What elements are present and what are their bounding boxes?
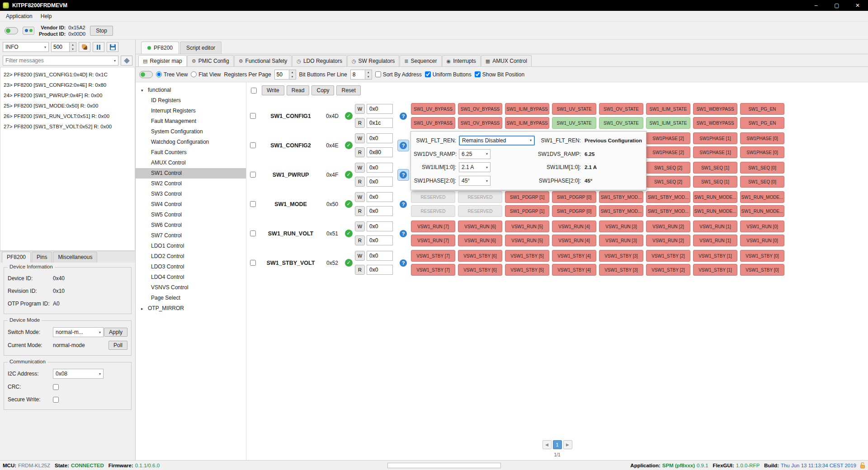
- bit-vsw1-stby-7[interactable]: VSW1_STBY [7]: [411, 264, 455, 276]
- poll-button[interactable]: Poll: [108, 341, 127, 350]
- spinner-buttons[interactable]: ▲ ▼: [289, 70, 296, 80]
- tree-view-radio[interactable]: [156, 71, 162, 77]
- bit-sw1-wdbypass[interactable]: SW1_WDBYPASS: [693, 117, 737, 129]
- bit-sw1phase-0[interactable]: SW1PHASE [0]: [740, 146, 784, 158]
- register-checkbox[interactable]: [250, 260, 256, 266]
- read-value-input[interactable]: [367, 118, 393, 128]
- tree-item-sw6-control[interactable]: SW6 Control: [136, 220, 246, 230]
- tree-item-page-select[interactable]: Page Select: [136, 293, 246, 303]
- bit-sw1-run-mode[interactable]: SW1_RUN_MODE...: [740, 191, 784, 203]
- bit-vsw1-run-4[interactable]: VSW1_RUN [4]: [552, 235, 596, 246]
- bit-vsw1-stby-1[interactable]: VSW1_STBY [1]: [693, 250, 737, 262]
- maximize-button[interactable]: ▢: [826, 0, 847, 11]
- registers-per-page-input[interactable]: [274, 70, 289, 80]
- bit-sw1-run-mode[interactable]: SW1_RUN_MODE...: [740, 205, 784, 217]
- bit-vsw1-run-7[interactable]: VSW1_RUN [7]: [411, 221, 455, 232]
- show-bit-position-option[interactable]: Show Bit Position: [475, 71, 524, 78]
- tree-root-functional[interactable]: ▾functional: [136, 85, 246, 95]
- write-value-input[interactable]: [367, 251, 393, 261]
- bit-sw1-wdbypass[interactable]: SW1_WDBYPASS: [693, 103, 737, 115]
- tab-amux-control[interactable]: ▦AMUX Control: [481, 55, 532, 66]
- register-checkbox[interactable]: [250, 172, 256, 178]
- spinner-buttons[interactable]: ▲ ▼: [69, 42, 76, 52]
- tree-item-ldo4-control[interactable]: LDO4 Control: [136, 272, 246, 282]
- bit-sw1-pdgrp-0[interactable]: SW1_PDGRP [0]: [552, 205, 596, 217]
- bit-sw1-stby-mod[interactable]: SW1_STBY_MOD...: [599, 191, 643, 203]
- bit-sw1-stby-mod[interactable]: SW1_STBY_MOD...: [646, 205, 690, 217]
- register-checkbox[interactable]: [250, 201, 256, 207]
- tree-view-option[interactable]: Tree View: [156, 71, 188, 78]
- bit-sw1-stby-mod[interactable]: SW1_STBY_MOD...: [599, 205, 643, 217]
- secure-write-checkbox[interactable]: [53, 397, 59, 403]
- write-button[interactable]: W: [355, 192, 365, 202]
- tab-sequencer[interactable]: ≣Sequencer: [400, 55, 441, 66]
- tree-item-sw7-control[interactable]: SW7 Control: [136, 230, 246, 241]
- write-button[interactable]: W: [355, 104, 365, 114]
- tree-item-system-configuration[interactable]: System Configuration: [136, 127, 246, 137]
- help-button[interactable]: ?: [397, 228, 409, 240]
- bit-sw1-pdgrp-0[interactable]: SW1_PDGRP [0]: [552, 191, 596, 203]
- bit-sw1-ov-state[interactable]: SW1_OV_STATE: [599, 117, 643, 129]
- read-button[interactable]: R: [355, 177, 365, 187]
- bit-vsw1-run-1[interactable]: VSW1_RUN [1]: [693, 221, 737, 232]
- help-button[interactable]: ?: [397, 257, 409, 269]
- bit-sw1-ilim-state[interactable]: SW1_ILIM_STATE: [646, 103, 690, 115]
- bit-sw1-pdgrp-1[interactable]: SW1_PDGRP [1]: [505, 191, 549, 203]
- side-tab-pf8200[interactable]: PF8200: [2, 252, 31, 263]
- bit-vsw1-stby-4[interactable]: VSW1_STBY [4]: [552, 264, 596, 276]
- tree-item-interrupt-registers[interactable]: Interrupt Registers: [136, 106, 246, 116]
- bit-vsw1-run-6[interactable]: VSW1_RUN [6]: [458, 221, 502, 232]
- caret-down-icon[interactable]: ▾: [112, 59, 118, 63]
- bit-vsw1-run-2[interactable]: VSW1_RUN [2]: [646, 235, 690, 246]
- write-value-input[interactable]: [367, 221, 393, 231]
- bit-vsw1-stby-0[interactable]: VSW1_STBY [0]: [740, 264, 784, 276]
- write-button[interactable]: Write: [262, 85, 284, 95]
- bit-sw1-uv-bypass[interactable]: SW1_UV_BYPASS: [411, 103, 455, 115]
- help-button[interactable]: ?: [397, 140, 409, 151]
- bit-vsw1-run-2[interactable]: VSW1_RUN [2]: [646, 221, 690, 232]
- bit-sw1phase-2[interactable]: SW1PHASE [2]: [646, 132, 690, 144]
- bit-sw1-stby-mod[interactable]: SW1_STBY_MOD...: [646, 191, 690, 203]
- bit-buttons-per-line-input[interactable]: [350, 70, 365, 80]
- save-log-button[interactable]: [107, 42, 118, 52]
- bit-vsw1-run-5[interactable]: VSW1_RUN [5]: [505, 235, 549, 246]
- tree-item-vsnvs-control[interactable]: VSNVS Control: [136, 282, 246, 293]
- tree-item-sw3-control[interactable]: SW3 Control: [136, 189, 246, 199]
- reset-button[interactable]: Reset: [336, 85, 360, 95]
- bit-reserved[interactable]: RESERVED: [458, 191, 502, 203]
- bit-vsw1-stby-2[interactable]: VSW1_STBY [2]: [646, 264, 690, 276]
- bit-vsw1-run-3[interactable]: VSW1_RUN [3]: [599, 235, 643, 246]
- minimize-button[interactable]: –: [806, 0, 826, 11]
- spin-up-icon[interactable]: ▲: [289, 70, 296, 75]
- doc-tab-pf8200[interactable]: PF8200: [141, 42, 179, 54]
- flat-view-radio[interactable]: [191, 71, 197, 77]
- read-button[interactable]: R: [355, 265, 365, 275]
- read-button[interactable]: R: [355, 235, 365, 245]
- spin-down-icon[interactable]: ▼: [70, 47, 76, 52]
- bit-vsw1-run-0[interactable]: VSW1_RUN [0]: [740, 235, 784, 246]
- uniform-buttons-option[interactable]: Uniform Buttons: [425, 71, 472, 78]
- tree-item-sw4-control[interactable]: SW4 Control: [136, 199, 246, 210]
- bit-sw1-uv-bypass[interactable]: SW1_UV_BYPASS: [411, 117, 455, 129]
- bit-sw1phase-1[interactable]: SW1PHASE [1]: [693, 146, 737, 158]
- bit-sw1-seq-2[interactable]: SW1_SEQ [2]: [646, 176, 690, 188]
- write-button[interactable]: W: [355, 221, 365, 231]
- registers-per-page-spinner[interactable]: ▲ ▼: [274, 70, 296, 80]
- write-button[interactable]: W: [355, 251, 365, 261]
- popup-select-sw1-flt-ren[interactable]: Remains Disabled▾: [459, 136, 535, 146]
- bit-vsw1-stby-6[interactable]: VSW1_STBY [6]: [458, 264, 502, 276]
- register-checkbox[interactable]: [250, 230, 256, 236]
- bit-sw1-pg-en[interactable]: SW1_PG_EN: [740, 117, 784, 129]
- popup-select-sw1ilim-1-0[interactable]: 2.1 A▾: [459, 162, 491, 172]
- write-button[interactable]: W: [355, 163, 365, 173]
- switch-mode-select[interactable]: normal-m... ▾: [53, 327, 104, 337]
- bit-vsw1-run-3[interactable]: VSW1_RUN [3]: [599, 221, 643, 232]
- next-page-button[interactable]: ▶: [563, 440, 572, 449]
- stop-button[interactable]: Stop: [90, 26, 113, 36]
- bit-buttons-per-line-spinner[interactable]: ▲ ▼: [350, 70, 372, 80]
- bit-sw1-uv-state[interactable]: SW1_UV_STATE: [552, 103, 596, 115]
- bit-sw1phase-2[interactable]: SW1PHASE [2]: [646, 146, 690, 158]
- bit-vsw1-stby-1[interactable]: VSW1_STBY [1]: [693, 264, 737, 276]
- copy-button[interactable]: Copy: [311, 85, 334, 95]
- bit-sw1-ilim-state[interactable]: SW1_ILIM_STATE: [646, 117, 690, 129]
